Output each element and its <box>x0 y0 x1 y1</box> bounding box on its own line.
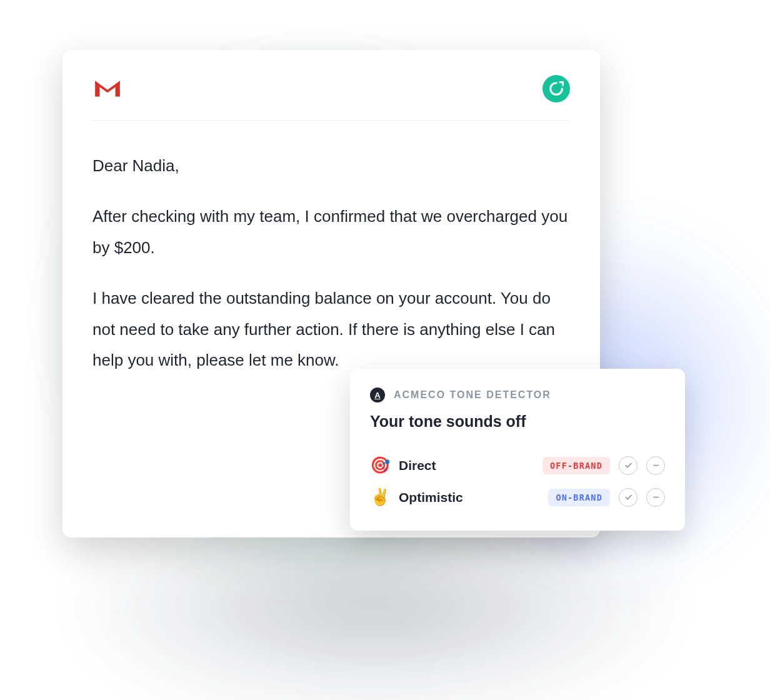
email-greeting: Dear Nadia, <box>92 151 570 181</box>
email-paragraph: After checking with my team, I confirmed… <box>92 201 570 263</box>
tone-name: Direct <box>399 458 436 473</box>
tone-row: ✌️ Optimistic ON-BRAND <box>370 481 665 513</box>
grammarly-icon[interactable] <box>542 75 570 102</box>
peace-icon: ✌️ <box>370 488 390 507</box>
tone-row: 🎯 Direct OFF-BRAND <box>370 449 665 481</box>
tone-detector-header: A ACMECO TONE DETECTOR <box>370 388 665 402</box>
target-icon: 🎯 <box>370 456 390 475</box>
tone-detector-card: A ACMECO TONE DETECTOR Your tone sounds … <box>350 369 685 531</box>
off-brand-badge: OFF-BRAND <box>542 457 610 474</box>
tone-detector-title: ACMECO TONE DETECTOR <box>394 389 551 401</box>
brand-badge-icon: A <box>370 388 385 402</box>
email-paragraph: I have cleared the outstanding balance o… <box>92 283 570 376</box>
accept-button[interactable] <box>619 488 638 507</box>
tone-name: Optimistic <box>399 490 463 505</box>
tone-detector-heading: Your tone sounds off <box>370 412 665 431</box>
dismiss-button[interactable] <box>646 456 665 475</box>
email-body[interactable]: Dear Nadia, After checking with my team,… <box>92 121 570 376</box>
gmail-icon <box>92 78 122 100</box>
background-glow-dark <box>62 512 688 700</box>
dismiss-button[interactable] <box>646 488 665 507</box>
on-brand-badge: ON-BRAND <box>548 489 610 506</box>
email-header <box>92 75 570 121</box>
accept-button[interactable] <box>619 456 638 475</box>
